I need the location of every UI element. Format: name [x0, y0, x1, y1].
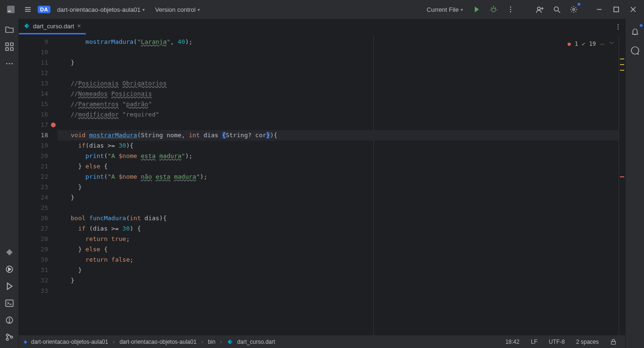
more-tools-icon[interactable]: [2, 57, 17, 71]
vcs-status-icon[interactable]: ◆: [24, 339, 27, 344]
line-number[interactable]: 10: [19, 47, 58, 58]
code-line[interactable]: [58, 47, 619, 58]
code-line[interactable]: //Posicionais Obrigatorios: [58, 78, 619, 89]
search-everywhere-icon[interactable]: [550, 2, 564, 17]
line-number[interactable]: 26: [19, 213, 58, 224]
line-number[interactable]: 14: [19, 89, 58, 99]
code-line[interactable]: print("A $nome esta madura");: [58, 151, 619, 161]
line-number[interactable]: 32: [19, 275, 58, 286]
line-number[interactable]: 17: [19, 120, 58, 130]
vcs-tool-icon[interactable]: [2, 330, 17, 344]
ide-logo[interactable]: [4, 2, 18, 17]
line-number[interactable]: 28: [19, 234, 58, 244]
next-highlight-icon[interactable]: ﹀: [609, 40, 615, 48]
code-line[interactable]: //Nomeados Posicionais: [58, 89, 619, 99]
line-number[interactable]: 15: [19, 99, 58, 109]
code-line[interactable]: }: [58, 265, 619, 275]
code-line[interactable]: void mostrarMadura(String nome, int dias…: [58, 130, 619, 141]
breadcrumb-root[interactable]: dart-orientacao-objetos-aula01: [31, 339, 108, 345]
line-number[interactable]: 33: [19, 286, 58, 296]
code-editor[interactable]: 9101112131415161718192021222324252627282…: [19, 35, 625, 335]
code-line[interactable]: }: [58, 58, 619, 68]
structure-tool-icon[interactable]: [2, 40, 17, 54]
code-line[interactable]: return false;: [58, 255, 619, 265]
code-line[interactable]: [58, 286, 619, 296]
error-stripe[interactable]: [619, 35, 625, 335]
maximize-window-icon[interactable]: [609, 2, 623, 17]
error-stripe-mark[interactable]: [620, 58, 624, 59]
terminal-tool-icon[interactable]: [2, 296, 17, 310]
code-line[interactable]: if(dias >= 30){: [58, 141, 619, 151]
code-line[interactable]: } else {: [58, 244, 619, 255]
breadcrumb-file[interactable]: dart_curso.dart: [237, 339, 275, 345]
line-number[interactable]: 16: [19, 109, 58, 120]
file-encoding[interactable]: UTF-8: [545, 339, 569, 345]
code-line[interactable]: mostrarMadura("Laranja", 40);: [58, 37, 619, 47]
error-stripe-mark[interactable]: [620, 176, 624, 177]
line-number[interactable]: 24: [19, 192, 58, 203]
line-number[interactable]: 22: [19, 172, 58, 182]
line-number[interactable]: 27: [19, 224, 58, 234]
line-number[interactable]: 29: [19, 244, 58, 255]
main-menu-icon[interactable]: [21, 2, 35, 17]
line-separator[interactable]: LF: [527, 339, 541, 345]
line-number[interactable]: 31: [19, 265, 58, 275]
code-line[interactable]: } else {: [58, 161, 619, 172]
code-line[interactable]: [58, 120, 619, 130]
code-with-me-icon[interactable]: [533, 2, 547, 17]
problems-tool-icon[interactable]: [2, 313, 17, 327]
ai-assistant-icon[interactable]: [628, 43, 642, 58]
run-button[interactable]: [470, 2, 484, 17]
caret-position[interactable]: 18:42: [502, 339, 523, 345]
run-tool-icon[interactable]: [2, 279, 17, 293]
line-number[interactable]: 19: [19, 141, 58, 151]
code-line[interactable]: //modificador "required": [58, 109, 619, 120]
code-line[interactable]: return true;: [58, 234, 619, 244]
project-tool-icon[interactable]: [2, 23, 17, 37]
code-lines[interactable]: mostrarMadura("Laranja", 40);}//Posicion…: [58, 35, 619, 335]
svg-line-18: [558, 11, 560, 13]
line-number[interactable]: 9: [19, 37, 58, 47]
services-tool-icon[interactable]: [2, 262, 17, 276]
line-number[interactable]: 12: [19, 68, 58, 78]
code-line[interactable]: [58, 68, 619, 78]
file-tab-active[interactable]: dart_curso.dart ✕: [19, 19, 86, 34]
line-number[interactable]: 21: [19, 161, 58, 172]
breadcrumb-module[interactable]: dart-orientacao-objetos-aula01: [119, 339, 196, 345]
prev-highlight-icon[interactable]: ︿: [600, 40, 605, 48]
code-line[interactable]: if (dias >= 30) {: [58, 224, 619, 234]
code-line[interactable]: bool funcMadura(int dias){: [58, 213, 619, 224]
debug-button[interactable]: [487, 2, 501, 17]
code-line[interactable]: //Paramentros "padrão": [58, 99, 619, 109]
dart-analysis-tool-icon[interactable]: [2, 245, 17, 259]
line-number[interactable]: 23: [19, 182, 58, 192]
line-number-gutter[interactable]: 9101112131415161718192021222324252627282…: [19, 35, 58, 335]
tab-list-menu-icon[interactable]: [611, 19, 625, 34]
close-window-icon[interactable]: [626, 2, 640, 17]
run-config-selector[interactable]: Current File: [423, 4, 467, 15]
code-line[interactable]: [58, 203, 619, 213]
version-control-menu[interactable]: Version control: [151, 4, 204, 15]
project-selector[interactable]: dart-orientacao-objetos-aula01: [53, 4, 149, 15]
notifications-icon[interactable]: [628, 25, 642, 39]
close-tab-icon[interactable]: ✕: [77, 23, 81, 29]
code-line[interactable]: print("A $nome não esta madura");: [58, 172, 619, 182]
indent-setting[interactable]: 2 spaces: [572, 339, 603, 345]
line-number[interactable]: 18: [19, 130, 58, 141]
inspection-widget[interactable]: ● 1 ✔ 19 ︿ ﹀: [566, 39, 617, 49]
line-number[interactable]: 11: [19, 58, 58, 68]
code-line[interactable]: }: [58, 192, 619, 203]
error-stripe-mark[interactable]: [620, 70, 624, 71]
line-number[interactable]: 30: [19, 255, 58, 265]
code-line[interactable]: }: [58, 275, 619, 286]
error-stripe-mark[interactable]: [620, 64, 624, 65]
breadcrumb-folder[interactable]: bin: [208, 339, 215, 345]
line-number[interactable]: 13: [19, 78, 58, 89]
more-actions-icon[interactable]: [504, 2, 518, 17]
code-line[interactable]: }: [58, 182, 619, 192]
minimize-window-icon[interactable]: [592, 2, 606, 17]
line-number[interactable]: 25: [19, 203, 58, 213]
line-number[interactable]: 20: [19, 151, 58, 161]
settings-icon[interactable]: [567, 2, 581, 17]
read-only-toggle-icon[interactable]: [606, 339, 620, 345]
